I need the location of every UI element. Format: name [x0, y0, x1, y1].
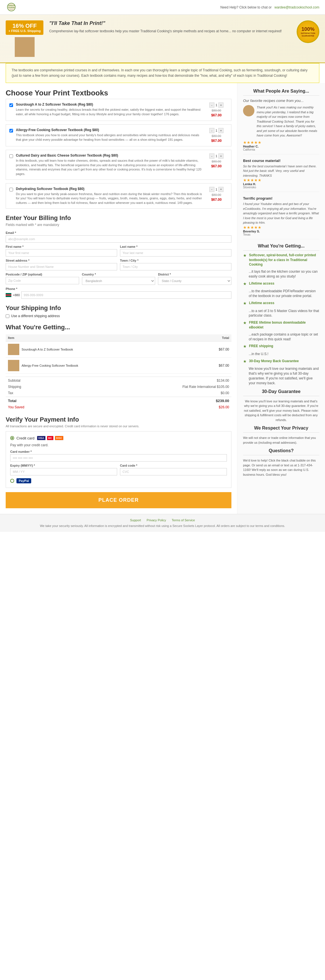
qty-plus-1[interactable]: + [218, 102, 224, 108]
order-row-2: Allergy-Free Cooking Softcover Textbook … [6, 358, 231, 374]
hero-description: Comprehensive lay-flat softcover textboo… [49, 29, 282, 34]
order-table: Item Total Sourdough A to Z Softcover Te… [6, 334, 231, 374]
order-item-1: Sourdough A to Z Softcover Textbook [6, 342, 194, 358]
address-row: Street address * Town / City * [6, 259, 231, 270]
country-select[interactable]: Bangladesh [82, 277, 155, 285]
getting-item-5: ★ Lifetime access [243, 301, 319, 306]
product-info-4: Dehydrating Softcover Textbook (Reg $80)… [16, 187, 202, 205]
total-row: Total $239.00 [6, 398, 231, 404]
credit-card-label: Credit card [16, 436, 35, 440]
guarantee-section: We know you'll love our learning materia… [243, 399, 319, 422]
getting-items-list: ★ Softcover, spiral-bound, full-color pr… [243, 253, 319, 386]
payment-subtitle: All transactions are secure and encrypte… [6, 425, 231, 428]
footer-terms[interactable]: Terms of Service [172, 519, 195, 522]
svg-text:School: School [10, 8, 13, 10]
product-checkbox-2[interactable] [10, 129, 13, 132]
saved-label: You Saved [8, 405, 24, 409]
getting-normal-8: ...each package contains a unique topic … [249, 332, 319, 342]
postcode-input[interactable] [6, 277, 79, 284]
qty-minus-3[interactable]: - [209, 153, 215, 159]
first-name-input[interactable] [6, 249, 117, 256]
shipping-section: Your Shipping Info Use a different shipp… [6, 304, 231, 318]
svg-text:Traditional: Traditional [8, 5, 15, 6]
product-card-3: Cultured Dairy and Basic Cheese Softcove… [6, 150, 231, 180]
price-new-4: $67.00 [211, 198, 222, 202]
price-old-1: $80.00 [211, 109, 221, 112]
product-name-2: Allergy-Free Cooking Softcover Textbook … [16, 128, 202, 132]
shipping-checkbox-label: Use a different shipping address [11, 314, 60, 318]
saved-row: You Saved $26.00 [6, 404, 231, 410]
testimonial-header-3: Terrific program! [243, 196, 319, 200]
subtotal-value: $134.00 [217, 379, 229, 383]
shipping-label: Shipping [8, 385, 21, 389]
billing-subtitle: Fields marked with * are mandatory [6, 223, 231, 227]
svg-text:Cooking: Cooking [8, 6, 15, 8]
guarantee-label: SATISFACTIONGUARANTEE [301, 32, 315, 37]
card-number-input[interactable] [10, 454, 227, 461]
badge-pct: 16% OFF [8, 23, 40, 29]
qty-minus-1[interactable]: - [209, 102, 215, 108]
credit-card-radio[interactable] [10, 436, 14, 440]
cvc-input[interactable] [120, 468, 227, 476]
expiry-label: Expiry (MM/YY) * [10, 464, 117, 467]
order-price-1: $67.00 [194, 342, 231, 358]
paypal-row[interactable]: PayPal [10, 478, 227, 484]
product-checkbox-4[interactable] [10, 188, 13, 191]
header-email[interactable]: wardee@tradcookschool.com [275, 5, 319, 10]
getting-bold-5: Lifetime access [249, 301, 274, 305]
getting-normal-12: We know you'll love our learning materia… [249, 366, 319, 385]
paypal-radio[interactable] [10, 479, 14, 483]
reviewer-name-3: Beverley S. [243, 230, 319, 233]
expiry-input[interactable] [10, 468, 117, 476]
product-checkbox-1[interactable] [10, 103, 13, 107]
card-number-label: Card number * [10, 450, 227, 453]
total-label: Total [8, 399, 16, 403]
qty-control-1: - 1 + [209, 102, 224, 108]
logo-icon: Traditional Cooking School [6, 2, 28, 12]
qty-value-2: 1 [216, 129, 217, 132]
last-name-input[interactable] [120, 249, 231, 256]
subtotal-divider [6, 377, 231, 377]
qty-minus-4[interactable]: - [209, 187, 215, 192]
qty-minus-2[interactable]: - [209, 128, 215, 133]
product-price-3: - 1 + $80.00 $67.00 [205, 153, 228, 168]
right-column: What People Are Saying... Our favorite r… [237, 83, 325, 514]
shipping-checkbox[interactable] [6, 314, 10, 318]
reviewer-loc-1: California [243, 148, 319, 151]
phone-input[interactable] [21, 291, 231, 299]
product-checkbox-3[interactable] [10, 154, 13, 158]
testimonial-text-1: Thank you!! As I was making our monthly … [257, 105, 319, 138]
hero-book-image [15, 37, 35, 57]
guarantee-right-title: 30-Day Guarantee [243, 389, 319, 396]
price-old-4: $80.00 [211, 193, 221, 197]
logo: Traditional Cooking School [6, 2, 28, 12]
products-section: Choose Your Print Textbooks Sourdough A … [6, 89, 231, 209]
getting-item-12: We know you'll love our learning materia… [243, 366, 319, 385]
street-input[interactable] [6, 263, 117, 270]
place-order-button[interactable]: PLACE ORDER [6, 492, 231, 508]
testimonial-2: Best course material! So far the best co… [243, 159, 319, 192]
city-group: Town / City * [120, 259, 231, 270]
getting-bold-11: 30-Day Money Back Guarantee [249, 359, 299, 364]
order-price-2: $67.00 [194, 358, 231, 374]
qty-plus-2[interactable]: + [218, 128, 224, 133]
product-info-1: Sourdough A to Z Softcover Textbook (Reg… [16, 102, 202, 116]
city-input[interactable] [120, 263, 231, 270]
credit-card-tab[interactable]: Credit card VISA MC DISC [10, 436, 227, 440]
product-info-3: Cultured Dairy and Basic Cheese Softcove… [16, 153, 202, 176]
left-column: Choose Your Print Textbooks Sourdough A … [0, 83, 237, 514]
price-new-2: $67.00 [211, 139, 222, 143]
qty-value-4: 1 [216, 188, 217, 191]
email-input[interactable] [6, 235, 231, 243]
qty-plus-4[interactable]: + [218, 187, 224, 192]
district-select[interactable]: State / County [158, 277, 231, 285]
privacy-text: We will not share or trade online inform… [243, 436, 319, 445]
footer-privacy[interactable]: Privacy Policy [147, 519, 166, 522]
getting-item-2: ...it lays flat on the kitchen counter s… [243, 269, 319, 279]
col-total: Total [194, 334, 231, 342]
qty-control-3: - 1 + [209, 153, 224, 159]
footer-support[interactable]: Support [130, 519, 141, 522]
qty-plus-3[interactable]: + [218, 153, 224, 159]
pay-text: Pay with your credit card. [10, 443, 227, 447]
stars-2: ★★★★★ [243, 178, 319, 182]
